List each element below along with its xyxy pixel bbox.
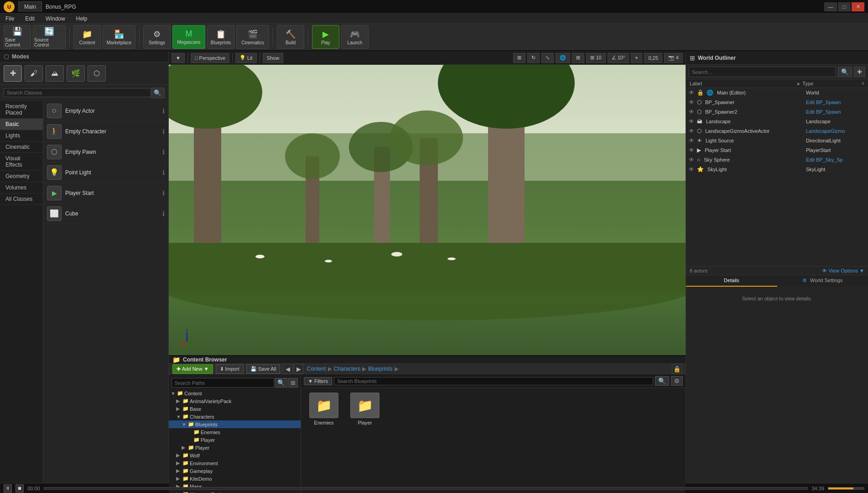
mode-paint-icon[interactable]: 🖌 xyxy=(25,65,43,82)
marketplace-button[interactable]: 🏪 Marketplace xyxy=(103,25,135,49)
actor-empty-pawn-info[interactable]: ℹ xyxy=(162,148,165,156)
viewport-scale-snap-button[interactable]: 0,25 xyxy=(644,53,662,63)
wo-search-input[interactable] xyxy=(689,67,836,77)
add-new-button[interactable]: ✚ Add New ▼ xyxy=(172,364,213,374)
actor-point-light-info[interactable]: ℹ xyxy=(162,169,165,176)
tree-blueprints[interactable]: ▼ 📁 Blueprints xyxy=(169,420,301,428)
search-paths-input[interactable] xyxy=(172,378,274,388)
world-settings-tab[interactable]: ⚙ World Settings xyxy=(777,275,868,287)
actor-player-start-info[interactable]: ℹ xyxy=(162,189,165,197)
volume-slider[interactable] xyxy=(828,487,864,490)
mode-landscape-icon[interactable]: ⛰ xyxy=(46,65,64,82)
search-content-button[interactable]: 🔍 xyxy=(655,376,669,386)
tree-animal-variety[interactable]: ▶ 📁 AnimalVarietyPack xyxy=(169,397,301,405)
actor-empty-actor-info[interactable]: ℹ xyxy=(162,107,165,115)
content-settings-button[interactable]: ⚙ xyxy=(671,376,683,386)
wo-actor-main-editor[interactable]: 👁 🔒 🌐 Main (Editor) World xyxy=(686,88,868,98)
mode-placement-icon[interactable]: ✚ xyxy=(4,65,22,82)
tree-view-button[interactable]: ⊞ xyxy=(288,378,298,388)
tree-environment[interactable]: ▶ 📁 Environment xyxy=(169,459,301,467)
folder-player[interactable]: 📁 Player xyxy=(347,393,383,425)
cb-breadcrumb-characters[interactable]: Characters xyxy=(334,366,361,372)
tree-content[interactable]: ▼ 📁 Content xyxy=(169,389,301,397)
viewport-canvas[interactable]: X Y Z xyxy=(169,65,686,355)
menu-file[interactable]: File xyxy=(4,15,16,23)
cinematics-button[interactable]: 🎬 Cinematics xyxy=(236,25,269,49)
menu-edit[interactable]: Edit xyxy=(23,15,36,23)
category-all-classes[interactable]: All Classes xyxy=(0,194,43,205)
import-button[interactable]: ⬇ Import xyxy=(216,364,244,374)
wo-actor-sky-sphere[interactable]: 👁 ○ Sky Sphere Edit BP_Sky_Sp xyxy=(686,155,868,165)
wo-add-button[interactable]: ✚ xyxy=(854,67,865,77)
viewport-rotate-button[interactable]: ↻ xyxy=(527,53,540,63)
tree-wolf[interactable]: ▶ 📁 Wolf xyxy=(169,451,301,459)
tree-base[interactable]: ▶ 📁 Base xyxy=(169,405,301,413)
main-tab[interactable]: Main xyxy=(18,1,42,12)
actor-empty-pawn[interactable]: ⬡ Empty Pawn ℹ xyxy=(43,142,168,163)
viewport-surface-button[interactable]: ⊞ xyxy=(572,53,584,63)
status-stop-button[interactable]: ⏹ xyxy=(16,484,24,493)
build-button[interactable]: 🔨 Build xyxy=(277,25,304,49)
actor-empty-character[interactable]: 🚶 Empty Character ℹ xyxy=(43,121,168,142)
viewport-angle-button[interactable]: ∠ 10° xyxy=(608,53,629,63)
tree-player-bp[interactable]: 📁 Player xyxy=(169,436,301,444)
wo-eye-gizmo[interactable]: 👁 xyxy=(689,128,694,134)
cb-back-button[interactable]: ◀ xyxy=(283,364,293,374)
wo-eye-ps[interactable]: 👁 xyxy=(689,147,694,153)
minimize-button[interactable]: — xyxy=(824,2,837,11)
source-control-button[interactable]: 🔄 Source Control xyxy=(33,25,66,49)
mode-foliage-icon[interactable]: 🌿 xyxy=(67,65,85,82)
viewport-world-button[interactable]: 🌐 xyxy=(556,53,570,63)
tree-player[interactable]: ▶ 📁 Player xyxy=(169,444,301,451)
maximize-button[interactable]: □ xyxy=(838,2,851,11)
wo-eye-skylight[interactable]: 👁 xyxy=(689,166,694,173)
wo-eye-landscape[interactable]: 👁 xyxy=(689,118,694,125)
perspective-button[interactable]: □ Perspective xyxy=(191,53,229,63)
actor-player-start[interactable]: ▶ Player Start ℹ xyxy=(43,183,168,204)
viewport-scale-button[interactable]: ⤡ xyxy=(541,53,554,63)
category-basic[interactable]: Basic xyxy=(0,119,43,130)
actor-cube[interactable]: ⬜ Cube ℹ xyxy=(43,204,168,224)
wo-actor-skylight[interactable]: 👁 ⭐ SkyLight SkyLight xyxy=(686,165,868,174)
launch-button[interactable]: 🎮 Launch xyxy=(341,25,369,49)
content-button[interactable]: 📁 Content xyxy=(73,25,101,49)
search-classes-input[interactable] xyxy=(4,88,151,97)
save-all-button[interactable]: 💾 Save All xyxy=(246,364,281,374)
category-lights[interactable]: Lights xyxy=(0,130,43,142)
filters-button[interactable]: ▼ Filters xyxy=(304,377,332,385)
tree-gameplay[interactable]: ▶ 📁 Gameplay xyxy=(169,467,301,475)
wo-actor-bp-spawner2[interactable]: 👁 ⬡ BP_Spawner2 Edit BP_Spawn xyxy=(686,107,868,117)
cb-breadcrumb-blueprints[interactable]: Blueprints xyxy=(368,366,392,372)
tree-weapon-pack[interactable]: ▶ 📁 Weapon_Pack xyxy=(169,490,301,493)
wo-actor-landscape[interactable]: 👁 🏔 Landscape Landscape xyxy=(686,117,868,126)
wo-sort-icon[interactable]: ▲ xyxy=(796,81,800,86)
wo-actor-bp-spawner[interactable]: 👁 ⬡ BP_Spawner Edit BP_Spawn xyxy=(686,98,868,107)
menu-help[interactable]: Help xyxy=(74,15,89,23)
tree-characters[interactable]: ▼ 📁 Characters xyxy=(169,413,301,420)
close-button[interactable]: ✕ xyxy=(852,2,864,11)
actor-empty-character-info[interactable]: ℹ xyxy=(162,128,165,135)
cb-lock-button[interactable]: 🔒 xyxy=(672,364,682,374)
blueprints-button[interactable]: 📋 Blueprints xyxy=(207,25,234,49)
status-progress-bar[interactable] xyxy=(44,487,808,490)
folder-enemies[interactable]: 📁 Enemies xyxy=(306,393,342,425)
cb-breadcrumb-content[interactable]: Content xyxy=(307,366,326,372)
category-cinematic[interactable]: Cinematic xyxy=(0,142,43,153)
save-current-button[interactable]: 💾 Save Current xyxy=(4,25,31,49)
details-tab[interactable]: Details xyxy=(686,275,777,287)
category-recently-placed[interactable]: Recently Placed xyxy=(0,101,43,119)
wo-eye-light[interactable]: 👁 xyxy=(689,137,694,144)
category-volumes[interactable]: Volumes xyxy=(0,182,43,194)
play-button[interactable]: ▶ Play xyxy=(312,25,339,49)
wo-actor-player-start[interactable]: 👁 ▶ Player Start PlayerStart xyxy=(686,146,868,155)
wo-actor-landscape-gizmo[interactable]: 👁 ⬡ LandscapeGizmoActiveActor LandscapeG… xyxy=(686,126,868,136)
actor-empty-actor[interactable]: ○ Empty Actor ℹ xyxy=(43,101,168,121)
tree-enemies[interactable]: 📁 Enemies xyxy=(169,428,301,436)
cb-forward-button[interactable]: ▶ xyxy=(294,364,304,374)
show-button[interactable]: Show xyxy=(263,53,284,63)
status-pause-button[interactable]: ⏸ xyxy=(4,484,12,493)
wo-search-button[interactable]: 🔍 xyxy=(838,67,852,77)
category-visual-effects[interactable]: Visual Effects xyxy=(0,153,43,171)
wo-eye-spawner[interactable]: 👁 xyxy=(689,99,694,105)
search-blueprints-input[interactable] xyxy=(334,377,653,385)
